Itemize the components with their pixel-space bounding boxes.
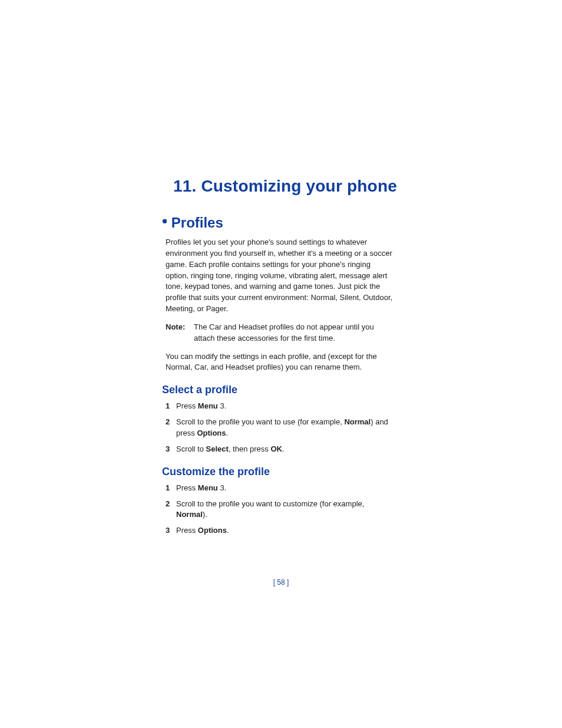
customize-profile-heading: Customize the profile	[162, 466, 397, 478]
page-number: [ 58 ]	[0, 578, 562, 587]
note-label: Note:	[166, 322, 194, 344]
list-item: 1 Press Menu 3.	[166, 483, 394, 494]
step-text: Press Menu 3.	[176, 483, 394, 494]
after-note-text: You can modify the settings in each prof…	[166, 351, 394, 374]
step-number: 3	[166, 525, 176, 536]
step-text: Scroll to Select, then press OK.	[176, 444, 394, 455]
step-text: Scroll to the profile you want to custom…	[176, 499, 394, 521]
step-number: 1	[166, 401, 176, 412]
step-number: 2	[166, 417, 176, 439]
step-number: 2	[166, 499, 176, 521]
step-text: Scroll to the profile you want to use (f…	[176, 417, 394, 439]
list-item: 2 Scroll to the profile you want to use …	[166, 417, 394, 439]
section-profiles-title: • Profiles	[162, 215, 397, 231]
step-text: Press Options.	[176, 525, 394, 536]
bullet-icon: •	[162, 212, 167, 230]
profiles-intro: Profiles let you set your phone's sound …	[166, 237, 394, 315]
note-text: The Car and Headset profiles do not appe…	[194, 322, 394, 344]
section-title-text: Profiles	[171, 215, 223, 230]
note-row: Note: The Car and Headset profiles do no…	[166, 322, 394, 344]
list-item: 2 Scroll to the profile you want to cust…	[166, 499, 394, 521]
page-content: 11. Customizing your phone • Profiles Pr…	[0, 0, 562, 536]
step-number: 1	[166, 483, 176, 494]
select-profile-heading: Select a profile	[162, 384, 397, 396]
list-item: 1 Press Menu 3.	[166, 401, 394, 412]
chapter-title: 11. Customizing your phone	[162, 177, 397, 196]
list-item: 3 Press Options.	[166, 525, 394, 536]
list-item: 3 Scroll to Select, then press OK.	[166, 444, 394, 455]
step-number: 3	[166, 444, 176, 455]
step-text: Press Menu 3.	[176, 401, 394, 412]
